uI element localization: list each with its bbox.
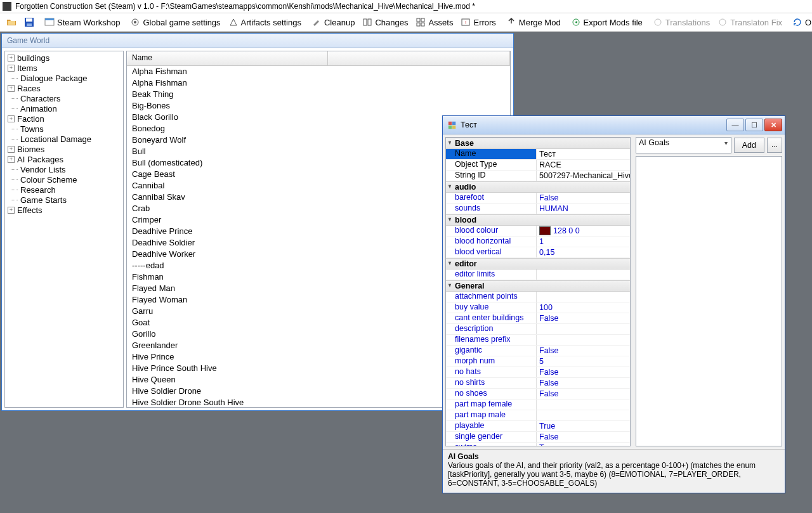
property-category[interactable]: Base [446, 138, 630, 149]
save-button[interactable] [20, 13, 38, 31]
property-value[interactable]: HUMAN [537, 204, 630, 214]
property-value[interactable]: False [537, 378, 630, 388]
property-row[interactable]: swimsTrue [446, 443, 630, 446]
list-item[interactable]: Alpha Fishman [127, 77, 510, 89]
close-button[interactable]: ✕ [764, 119, 782, 131]
export-mods-button[interactable]: Export Mods file [567, 13, 646, 31]
property-row[interactable]: barefootFalse [446, 193, 630, 204]
property-value[interactable] [537, 324, 630, 334]
property-row[interactable]: String ID5007297-Mechanical_Hive.mod [446, 171, 630, 181]
property-value[interactable]: 128 0 0 [537, 226, 630, 236]
property-row[interactable]: attachment points [446, 292, 630, 302]
property-value[interactable]: False [537, 193, 630, 203]
property-value[interactable]: 1 [537, 237, 630, 247]
expand-icon[interactable]: + [8, 146, 15, 153]
property-value[interactable] [537, 292, 630, 302]
property-value[interactable]: RACE [537, 160, 630, 170]
expand-icon[interactable]: + [8, 156, 15, 163]
property-category[interactable]: General [446, 280, 630, 292]
property-value[interactable]: Тест [537, 149, 630, 159]
property-value[interactable]: 100 [537, 302, 630, 313]
tree-item[interactable]: +Items [5, 63, 123, 73]
tree-item[interactable]: Research [5, 185, 123, 195]
property-row[interactable]: blood colour128 0 0 [446, 226, 630, 237]
tree-item[interactable]: Vendor Lists [5, 164, 123, 174]
property-row[interactable]: filenames prefix [446, 335, 630, 346]
property-row[interactable]: part map male [446, 410, 630, 421]
property-row[interactable]: editor limits [446, 269, 630, 280]
tree-item[interactable]: Characters [5, 93, 123, 103]
property-value[interactable] [537, 335, 630, 345]
tree-item[interactable]: +AI Packages [5, 154, 123, 164]
expand-icon[interactable]: + [8, 85, 15, 92]
property-row[interactable]: no shoesFalse [446, 389, 630, 399]
reference-list[interactable] [636, 156, 782, 446]
property-row[interactable]: cant enter buildingsFalse [446, 313, 630, 324]
game-world-titlebar[interactable]: Game World [2, 34, 513, 48]
tree-item[interactable]: +Races [5, 83, 123, 93]
translations-button[interactable]: Translations [649, 13, 714, 31]
property-value[interactable]: 5 [537, 356, 630, 367]
property-value[interactable]: 0,15 [537, 247, 630, 257]
property-category[interactable]: blood [446, 214, 630, 226]
property-row[interactable]: blood vertical0,15 [446, 247, 630, 258]
property-value[interactable]: False [537, 346, 630, 356]
artifacts-settings-button[interactable]: Artifacts settings [225, 13, 305, 31]
property-row[interactable]: single genderFalse [446, 432, 630, 443]
property-value[interactable]: True [537, 421, 630, 431]
assets-button[interactable]: Assets [412, 13, 457, 31]
tree-item[interactable]: +Biomes [5, 144, 123, 154]
expand-icon[interactable]: + [8, 65, 15, 72]
property-value[interactable]: 5007297-Mechanical_Hive.mod [537, 171, 630, 181]
expand-icon[interactable]: + [8, 55, 15, 62]
translation-fix-button[interactable]: Translaton Fix [714, 13, 786, 31]
property-value[interactable]: True [537, 443, 630, 446]
property-category[interactable]: audio [446, 181, 630, 193]
property-row[interactable]: part map female [446, 399, 630, 410]
tree-item[interactable]: +Faction [5, 114, 123, 124]
property-value[interactable] [537, 410, 630, 420]
tree-item[interactable]: Colour Scheme [5, 174, 123, 185]
tree-item[interactable]: Towns [5, 124, 123, 134]
property-row[interactable]: soundsHUMAN [446, 204, 630, 214]
property-value[interactable] [537, 269, 630, 280]
list-item[interactable]: Alpha Fishman [127, 66, 510, 77]
open-button[interactable] [3, 13, 20, 31]
changes-button[interactable]: Changes [358, 13, 412, 31]
property-row[interactable]: description [446, 324, 630, 335]
property-row[interactable]: no shirtsFalse [446, 378, 630, 389]
expand-icon[interactable]: + [8, 115, 15, 122]
tree-item[interactable]: +Effects [5, 205, 123, 215]
property-value[interactable]: False [537, 367, 630, 377]
tree-item[interactable]: Locational Damage [5, 134, 123, 144]
property-value[interactable]: False [537, 313, 630, 323]
property-value[interactable]: False [537, 432, 630, 442]
property-value[interactable]: False [537, 389, 630, 399]
category-tree[interactable]: +buildings+ItemsDialogue Package+RacesCh… [4, 51, 124, 408]
global-settings-button[interactable]: Global game settings [126, 13, 224, 31]
list-item[interactable]: Beak Thing [127, 89, 510, 100]
cleanup-button[interactable]: Cleanup [308, 13, 358, 31]
errors-button[interactable]: ! Errors [457, 13, 499, 31]
property-row[interactable]: NameТест [446, 149, 630, 160]
property-grid[interactable]: BaseNameТестObject TypeRACEString ID5007… [445, 137, 631, 446]
open-any-button[interactable]: Open any [789, 13, 812, 31]
tree-item[interactable]: +buildings [5, 53, 123, 63]
property-row[interactable]: Object TypeRACE [446, 160, 630, 171]
list-item[interactable]: Big-Bones [127, 100, 510, 112]
tree-item[interactable]: Game Starts [5, 195, 123, 205]
tree-item[interactable]: Animation [5, 103, 123, 114]
expand-icon[interactable]: + [8, 207, 15, 214]
property-row[interactable]: blood horizontal1 [446, 237, 630, 247]
more-references-button[interactable]: ... [767, 138, 782, 153]
reference-type-select[interactable]: AI Goals [636, 137, 731, 153]
minimize-button[interactable]: — [726, 119, 744, 131]
tree-item[interactable]: Dialogue Package [5, 73, 123, 83]
add-reference-button[interactable]: Add [734, 138, 764, 153]
steam-workshop-button[interactable]: Steam Workshop [41, 13, 124, 31]
column-blank[interactable] [328, 51, 510, 65]
property-row[interactable]: morph num5 [446, 356, 630, 367]
entity-list-header[interactable]: Name [127, 51, 510, 66]
property-row[interactable]: playableTrue [446, 421, 630, 432]
property-row[interactable]: no hatsFalse [446, 367, 630, 378]
